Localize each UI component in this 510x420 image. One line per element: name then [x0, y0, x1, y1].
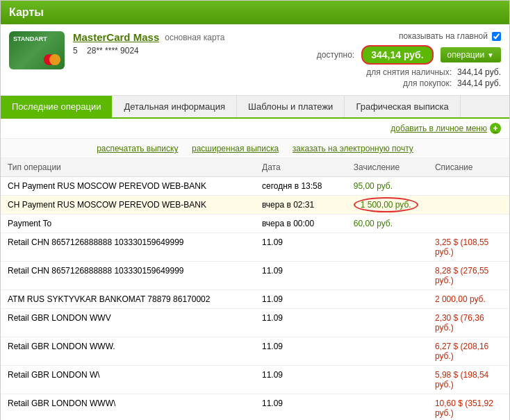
page-wrapper: Карты STANDART MasterCard Mass основная …: [0, 0, 510, 420]
cell-type: ATM RUS SYKTYVKAR BANKOMAT 78879 8617000…: [1, 290, 255, 309]
col-header-date: Дата: [255, 158, 347, 177]
cell-date: 11.09: [255, 337, 347, 366]
purchase-balance-row: для покупок: 344,14 руб.: [403, 78, 501, 88]
sub-balance: для снятия наличных: 344,14 руб. для пок…: [279, 67, 501, 88]
cell-debit: 8,28 $ (276,55 руб.): [428, 262, 509, 290]
card-details: MasterCard Mass основная карта 5 28** **…: [73, 31, 279, 56]
tab-chart[interactable]: Графическая выписка: [345, 96, 460, 117]
cash-balance-row: для снятия наличных: 344,14 руб.: [366, 67, 501, 77]
extended-link-top[interactable]: расширенная выписка: [192, 144, 279, 153]
cell-date: 11.09: [255, 309, 347, 337]
balance-amount: 344,14 руб.: [361, 45, 433, 65]
cell-type: Payment To: [1, 215, 255, 233]
cell-credit: 1 500,00 руб.: [347, 196, 428, 215]
purchase-label: для покупок:: [403, 78, 452, 88]
cell-credit: [347, 337, 428, 366]
operations-button[interactable]: операции ▼: [441, 47, 501, 62]
table-row: Retail GBR LONDON WWW\11.0910,60 $ (351,…: [1, 394, 509, 421]
tabs-bar: Последние операции Детальная информация …: [1, 96, 509, 119]
cell-type: CH Payment RUS MOSCOW PEREVOD WEB-BANK: [1, 196, 255, 215]
cell-date: 11.09: [255, 262, 347, 290]
cell-debit: [428, 215, 509, 233]
card-standart-label: STANDART: [13, 35, 47, 42]
card-image: STANDART: [9, 31, 65, 69]
card-name-row: MasterCard Mass основная карта: [73, 31, 279, 43]
show-main-label: показывать на главной: [399, 31, 488, 41]
cash-label: для снятия наличных:: [366, 67, 452, 77]
cell-debit: 6,27 $ (208,16 руб.): [428, 337, 509, 366]
mastercard-logo: [44, 54, 60, 65]
add-to-menu-link[interactable]: добавить в личное меню +: [390, 123, 501, 134]
mc-circle-orange: [49, 54, 60, 65]
cell-credit: 60,00 руб.: [347, 215, 428, 233]
page-header: Карты: [1, 1, 509, 24]
cell-date: 11.09: [255, 394, 347, 421]
balance-row: доступно: 344,14 руб. операции ▼: [279, 45, 501, 65]
show-main-checkbox[interactable]: [492, 32, 501, 41]
col-header-debit: Списание: [428, 158, 509, 177]
table-row: Retail GBR LONDON W\11.095,98 $ (198,54 …: [1, 366, 509, 394]
card-info-section: STANDART MasterCard Mass основная карта …: [1, 24, 509, 96]
cell-debit: 2,30 $ (76,36 руб.): [428, 309, 509, 337]
cell-debit: 10,60 $ (351,92 руб.): [428, 394, 509, 421]
cell-debit: 2 000,00 руб.: [428, 290, 509, 309]
operations-table: Тип операции Дата Зачисление Списание CH…: [1, 158, 509, 420]
tab-details[interactable]: Детальная информация: [113, 96, 237, 117]
cell-date: 11.09: [255, 233, 347, 262]
action-bar: добавить в личное меню +: [1, 119, 509, 139]
email-link-top[interactable]: заказать на электронную почту: [293, 144, 413, 153]
available-label: доступно:: [317, 50, 354, 60]
col-header-credit: Зачисление: [347, 158, 428, 177]
card-number-prefix: 5: [73, 46, 78, 56]
table-row: Retail GBR LONDON WWV11.092,30 $ (76,36 …: [1, 309, 509, 337]
page-title: Карты: [9, 6, 44, 18]
cell-date: вчера в 00:00: [255, 215, 347, 233]
cell-credit: 95,00 руб.: [347, 177, 428, 196]
table-row: Retail GBR LONDON WWW.11.096,27 $ (208,1…: [1, 337, 509, 366]
card-type-label: основная карта: [165, 33, 224, 42]
cell-debit: [428, 196, 509, 215]
cell-debit: [428, 177, 509, 196]
table-row: ATM RUS SYKTYVKAR BANKOMAT 78879 8617000…: [1, 290, 509, 309]
print-link-top[interactable]: распечатать выписку: [97, 144, 178, 153]
tab-recent[interactable]: Последние операции: [1, 96, 113, 117]
cell-debit: 3,25 $ (108,55 руб.): [428, 233, 509, 262]
cell-type: CH Payment RUS MOSCOW PEREVOD WEB-BANK: [1, 177, 255, 196]
cell-credit: [347, 366, 428, 394]
cell-credit: [347, 290, 428, 309]
cell-credit: [347, 233, 428, 262]
cell-debit: 5,98 $ (198,54 руб.): [428, 366, 509, 394]
card-right-panel: показывать на главной доступно: 344,14 р…: [279, 31, 501, 88]
table-row: Retail CHN 8657126888888 103330159649999…: [1, 262, 509, 290]
operations-label: операции: [447, 50, 484, 60]
cell-date: 11.09: [255, 290, 347, 309]
cash-value: 344,14 руб.: [457, 67, 501, 77]
cell-type: Retail GBR LONDON WWW\: [1, 394, 255, 421]
cell-type: Retail GBR LONDON WWW.: [1, 337, 255, 366]
card-number-row: 5 28** **** 9024: [73, 46, 279, 56]
table-row: Payment Toвчера в 00:0060,00 руб.: [1, 215, 509, 233]
table-row: Retail CHN 8657126888888 103330159649999…: [1, 233, 509, 262]
cell-date: сегодня в 13:58: [255, 177, 347, 196]
add-to-menu-label: добавить в личное меню: [390, 124, 487, 133]
purchase-value: 344,14 руб.: [457, 78, 501, 88]
cell-credit: [347, 262, 428, 290]
cell-date: вчера в 02:31: [255, 196, 347, 215]
col-header-type: Тип операции: [1, 158, 255, 177]
table-row: CH Payment RUS MOSCOW PEREVOD WEB-BANKсе…: [1, 177, 509, 196]
add-icon: +: [490, 123, 501, 134]
table-row: CH Payment RUS MOSCOW PEREVOD WEB-BANKвч…: [1, 196, 509, 215]
card-name-link[interactable]: MasterCard Mass: [73, 31, 159, 43]
operations-arrow-icon: ▼: [487, 51, 494, 59]
cell-type: Retail GBR LONDON W\: [1, 366, 255, 394]
cell-type: Retail CHN 8657126888888 103330159649999: [1, 262, 255, 290]
card-number-masked: 28** **** 9024: [87, 46, 139, 56]
cell-credit: [347, 394, 428, 421]
cell-date: 11.09: [255, 366, 347, 394]
tab-templates[interactable]: Шаблоны и платежи: [237, 96, 345, 117]
print-bar-top: распечатать выписку расширенная выписка …: [1, 139, 509, 158]
cell-type: Retail GBR LONDON WWV: [1, 309, 255, 337]
cell-type: Retail CHN 8657126888888 103330159649999: [1, 233, 255, 262]
cell-credit: [347, 309, 428, 337]
show-main-row: показывать на главной: [279, 31, 501, 41]
